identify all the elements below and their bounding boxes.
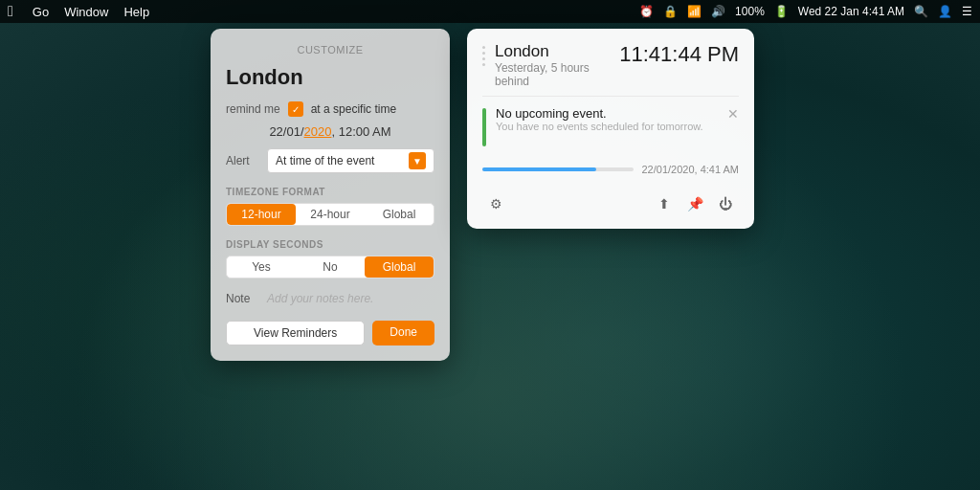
footer-right: ⬆ 📌 ⏻ (651, 190, 739, 217)
event-title: No upcoming event. (496, 106, 718, 121)
grip-dot-4 (482, 63, 485, 66)
menubar:  Go Window Help ⏰ 🔒 📶 🔊 100% 🔋 Wed 22 J… (0, 0, 980, 23)
display-seconds-label: DISPLAY SECONDS (226, 239, 434, 250)
customize-panel: CUSTOMIZE London remind me ✓ at a specif… (211, 29, 450, 361)
grip-dot-3 (482, 57, 485, 60)
customize-title: CUSTOMIZE (226, 44, 434, 56)
help-menu[interactable]: Help (123, 5, 149, 19)
note-row: Note Add your notes here. (226, 292, 434, 305)
timezone-format-label: TIMEZONE FORMAT (226, 187, 434, 197)
list-icon[interactable]: ☰ (962, 5, 972, 18)
display-global[interactable]: Global (365, 256, 434, 278)
alert-dropdown-arrow[interactable]: ▼ (409, 152, 426, 169)
button-row: View Reminders Done (226, 321, 434, 345)
volume-icon: 🔊 (711, 5, 725, 18)
remind-checkbox[interactable]: ✓ (288, 101, 303, 117)
note-input[interactable]: Add your notes here. (267, 292, 434, 305)
share-icon[interactable]: ⬆ (651, 190, 678, 217)
toggle-12hour[interactable]: 12-hour (227, 204, 296, 225)
clock-time: 11:41:44 PM (619, 42, 739, 67)
clock-icon: ⏰ (639, 5, 654, 18)
display-no[interactable]: No (296, 256, 365, 278)
clock-event: No upcoming event. You have no events sc… (467, 97, 754, 156)
done-button[interactable]: Done (372, 321, 434, 345)
wifi-icon: 📶 (687, 5, 702, 18)
close-icon[interactable]: ✕ (727, 106, 739, 122)
alert-select[interactable]: At time of the event ▼ (267, 148, 434, 173)
date-year: 2020 (304, 124, 332, 139)
lock-icon: 🔒 (663, 5, 678, 18)
display-yes[interactable]: Yes (227, 256, 296, 278)
progress-date: 22/01/2020, 4:41 AM (641, 164, 739, 175)
clock-city: London (495, 42, 619, 61)
alert-value: At time of the event (276, 154, 374, 167)
remind-text: at a specific time (311, 102, 396, 116)
clock-header: London Yesterday, 5 hours behind 11:41:4… (467, 29, 754, 96)
clock-footer: ⚙ ⬆ 📌 ⏻ (467, 183, 754, 229)
clock-progress: 22/01/2020, 4:41 AM (467, 156, 754, 183)
search-icon[interactable]: 🔍 (914, 5, 928, 18)
power-icon[interactable]: ⏻ (712, 190, 739, 217)
progress-bar-fill (482, 167, 596, 171)
remind-label: remind me (226, 102, 280, 116)
event-desc: You have no events scheduled for tomorro… (496, 121, 718, 132)
toggle-24hour[interactable]: 24-hour (296, 204, 365, 225)
user-icon[interactable]: 👤 (938, 5, 952, 18)
date-row: 22/01/2020, 12:00 AM (226, 124, 434, 139)
event-indicator (482, 108, 486, 146)
grip-dot-2 (482, 52, 485, 55)
customize-city: London (226, 65, 434, 90)
apple-menu[interactable]:  (8, 3, 13, 20)
toggle-global[interactable]: Global (365, 204, 434, 225)
menubar-datetime: Wed 22 Jan 4:41 AM (798, 5, 904, 18)
settings-icon[interactable]: ⚙ (482, 190, 509, 217)
clock-widget: London Yesterday, 5 hours behind 11:41:4… (467, 29, 754, 229)
display-seconds-group: Yes No Global (226, 256, 434, 278)
alert-label: Alert (226, 154, 259, 167)
clock-grip (482, 46, 485, 66)
pin-icon[interactable]: 📌 (681, 190, 708, 217)
note-label: Note (226, 292, 259, 305)
clock-info: London Yesterday, 5 hours behind (495, 42, 619, 88)
date-time: , 12:00 AM (331, 124, 390, 139)
go-menu[interactable]: Go (33, 5, 49, 19)
remind-row: remind me ✓ at a specific time (226, 101, 434, 117)
event-content: No upcoming event. You have no events sc… (496, 106, 718, 132)
alert-row: Alert At time of the event ▼ (226, 148, 434, 173)
battery-icon: 🔋 (774, 5, 789, 18)
view-reminders-button[interactable]: View Reminders (226, 321, 365, 345)
window-menu[interactable]: Window (64, 5, 108, 19)
clock-subtitle: Yesterday, 5 hours behind (495, 61, 619, 88)
date-prefix: 22/01/ (269, 124, 303, 139)
grip-dot-1 (482, 46, 485, 49)
battery-percent: 100% (735, 5, 765, 18)
progress-bar-container (482, 167, 634, 171)
timezone-toggle-group: 12-hour 24-hour Global (226, 203, 434, 226)
